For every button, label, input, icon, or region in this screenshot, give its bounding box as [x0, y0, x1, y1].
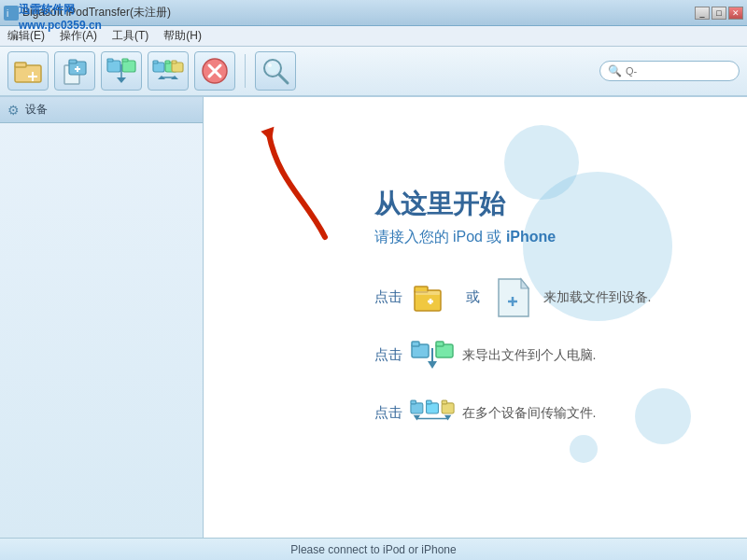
- gear-icon: ⚙: [7, 103, 20, 118]
- svg-rect-54: [426, 400, 431, 404]
- row3-icon[interactable]: [410, 391, 455, 436]
- menu-help[interactable]: 帮助(H): [163, 28, 202, 44]
- new-folder-icon: [13, 56, 43, 86]
- svg-rect-13: [107, 59, 113, 62]
- svg-rect-3: [15, 63, 26, 67]
- svg-marker-58: [413, 414, 419, 420]
- search-input[interactable]: [626, 65, 731, 77]
- add-file-button[interactable]: [54, 51, 95, 91]
- svg-rect-23: [172, 61, 176, 63]
- row3-label: 点击: [374, 404, 402, 422]
- export-button[interactable]: [101, 51, 142, 91]
- maximize-button[interactable]: □: [712, 7, 726, 20]
- svg-rect-14: [122, 61, 135, 72]
- row1-icon1[interactable]: [410, 275, 455, 320]
- svg-marker-17: [117, 77, 126, 83]
- transfer-button[interactable]: [148, 51, 189, 91]
- sidebar-header: ⚙ 设备: [0, 97, 203, 123]
- menu-tools[interactable]: 工具(T): [112, 28, 148, 44]
- svg-rect-21: [165, 61, 170, 63]
- menu-edit[interactable]: 操作(A): [60, 28, 97, 44]
- transfer-icon: [152, 55, 184, 87]
- svg-rect-46: [412, 342, 419, 346]
- svg-line-32: [279, 75, 288, 83]
- svg-marker-50: [428, 361, 437, 369]
- delete-icon: [200, 56, 230, 86]
- svg-rect-48: [436, 342, 444, 346]
- close-button[interactable]: ✕: [728, 7, 743, 20]
- row1-label: 点击: [374, 288, 402, 306]
- svg-marker-59: [444, 414, 450, 420]
- row2-desc: 来导出文件到个人电脑.: [462, 347, 597, 364]
- app-icon: i: [4, 6, 19, 21]
- new-folder-button[interactable]: [7, 51, 49, 91]
- menu-bar: 编辑(E) 操作(A) 工具(T) 帮助(H): [0, 26, 747, 47]
- menu-file[interactable]: 编辑(E): [7, 28, 45, 44]
- row3-desc: 在多个设备间传输文件.: [462, 405, 597, 422]
- toolbar-separator: [245, 54, 246, 88]
- svg-rect-9: [69, 60, 77, 63]
- main-layout: ⚙ 设备 从这里开始: [0, 97, 747, 538]
- subtitle-iphone: iPhone: [506, 229, 556, 245]
- search-box-icon: 🔍: [608, 64, 622, 77]
- svg-rect-12: [107, 61, 120, 72]
- status-text: Please connect to iPod or iPhone: [290, 543, 456, 556]
- sidebar: ⚙ 设备: [0, 97, 204, 538]
- toolbar: 🔍: [0, 47, 747, 97]
- row2-icon[interactable]: [410, 333, 455, 378]
- row1-desc: 来加载文件到设备.: [543, 289, 652, 306]
- subtitle-text: 请接入您的 iPod 或: [374, 229, 502, 245]
- row2-label: 点击: [374, 346, 402, 364]
- center-content: 从这里开始 请接入您的 iPod 或 iPhone 点击: [300, 187, 652, 449]
- action-row-load: 点击 或: [374, 275, 652, 320]
- svg-rect-56: [442, 400, 447, 404]
- svg-text:i: i: [7, 8, 8, 19]
- export-icon: [106, 55, 137, 87]
- magnify-icon: [260, 55, 291, 87]
- red-arrow: [260, 125, 344, 250]
- search-box[interactable]: 🔍: [599, 61, 740, 81]
- action-row-export: 点击 来导出文件到个人电脑.: [374, 333, 597, 378]
- subtitle: 请接入您的 iPod 或 iPhone: [374, 228, 557, 247]
- svg-rect-51: [410, 402, 422, 413]
- svg-rect-55: [442, 402, 454, 413]
- action-row-transfer: 点击 在多个设备间传输文件.: [374, 391, 597, 436]
- row1-icon2[interactable]: [491, 275, 536, 320]
- sidebar-label: 设备: [25, 102, 48, 118]
- svg-rect-19: [153, 61, 158, 63]
- minimize-button[interactable]: _: [695, 7, 710, 20]
- content-area: 从这里开始 请接入您的 iPod 或 iPhone 点击: [204, 97, 747, 538]
- main-title: 从这里开始: [374, 187, 505, 222]
- status-bar: Please connect to iPod or iPhone: [0, 538, 747, 560]
- delete-button[interactable]: [194, 51, 235, 91]
- svg-rect-53: [426, 402, 438, 413]
- row1-or: 或: [466, 288, 480, 306]
- svg-rect-40: [416, 291, 440, 295]
- window-title: Bigasoft iPodTransfer(未注册): [22, 5, 171, 21]
- search-button[interactable]: [255, 51, 296, 91]
- svg-rect-15: [122, 59, 128, 62]
- svg-rect-52: [410, 400, 416, 404]
- svg-marker-42: [521, 279, 529, 288]
- title-bar: i Bigasoft iPodTransfer(未注册) _ □ ✕: [0, 0, 747, 26]
- svg-point-33: [268, 63, 272, 67]
- add-file-icon: [60, 56, 90, 86]
